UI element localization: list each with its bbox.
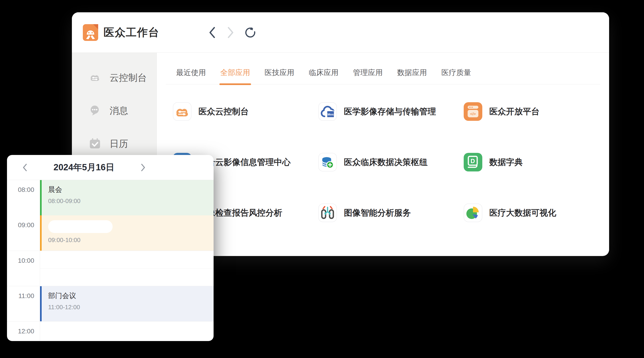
time-label: 10:00 [7,251,40,286]
event-department-meeting[interactable]: 部门会议 11:00-12:00 [40,286,214,321]
sidebar-item-messages[interactable]: 消息 [72,94,156,127]
tab-data-apps[interactable]: 数据应用 [397,68,427,84]
app-cloud-console[interactable]: 医众云控制台 [173,102,318,121]
app-label: 医众云控制台 [198,106,249,117]
clinical-database-icon [318,153,337,172]
calendar-row-1100: 11:00 部门会议 11:00-12:00 [7,286,214,321]
chevron-right-icon [140,163,146,172]
app-label: 数据字典 [489,157,523,168]
event-title: 部门会议 [48,291,214,301]
svg-text:Mos: Mos [328,113,334,116]
app-image-storage-transfer[interactable]: Mos 医学影像存储与传输管理 [318,102,464,121]
app-logo-icon [83,24,98,41]
lungs-ai-icon [318,203,337,222]
chevron-left-icon [22,163,28,172]
app-label: 医疗大数据可视化 [489,207,556,219]
svg-text:</>: </> [470,112,476,116]
tab-quality[interactable]: 医疗质量 [441,68,471,84]
calendar-row-1000: 10:00 [7,251,214,286]
tab-admin-apps[interactable]: 管理应用 [353,68,383,84]
app-label: 医学影像存储与传输管理 [344,106,436,117]
time-label: 11:00 [7,286,40,321]
redacted-title-pill [48,220,112,233]
data-dictionary-icon: D [464,153,482,172]
refresh-icon [245,27,256,38]
calendar-date-label: 2024年5月16日 [29,162,139,173]
calendar-body: 08:00 晨会 08:00-09:00 09:00 09:00-10:00 1… [7,180,214,341]
event-time: 08:00-09:00 [48,197,214,205]
app-label: 图像智能分析服务 [344,207,411,219]
time-label: 08:00 [7,180,40,215]
forward-button[interactable] [226,26,235,39]
sidebar-item-label: 日历 [110,137,128,150]
calendar-row-1200: 12:00 [7,321,214,341]
chevron-right-icon [226,26,235,39]
cloud-console-icon [173,102,192,121]
app-clinical-data-hub[interactable]: 医众临床数据决策枢纽 [318,153,464,172]
tab-medtech-apps[interactable]: 医技应用 [264,68,294,84]
refresh-button[interactable] [245,27,256,38]
app-bigdata-visualization[interactable]: 医疗大数据可视化 [464,203,609,222]
open-platform-icon: </> [464,102,482,121]
app-label: 医众临床数据决策枢纽 [344,157,428,168]
chevron-left-icon [208,26,216,39]
svg-text:D: D [471,158,475,165]
cloud-sliders-icon [89,72,101,83]
time-label: 12:00 [7,322,40,341]
calendar-check-icon [89,138,101,149]
sidebar-item-label: 云控制台 [110,71,147,84]
tab-recent[interactable]: 最近使用 [176,68,206,84]
app-open-platform[interactable]: </> 医众开放平台 [464,102,609,121]
tab-clinical-apps[interactable]: 临床应用 [309,68,338,84]
event-morning-meeting[interactable]: 晨会 08:00-09:00 [40,180,214,215]
tabs-bar: 最近使用 全部应用 医技应用 临床应用 管理应用 数据应用 医疗质量 [166,53,600,84]
app-label: 医众开放平台 [489,106,540,117]
calendar-panel: 2024年5月16日 08:00 晨会 08:00-09:00 09:00 09… [7,155,214,341]
sidebar-item-cloud-console[interactable]: 云控制台 [72,61,156,94]
sidebar-item-label: 消息 [110,104,128,117]
app-data-dictionary[interactable]: D 数据字典 [464,153,609,172]
event-redacted[interactable]: 09:00-10:00 [40,215,214,251]
calendar-next-button[interactable] [139,155,148,180]
calendar-row-0900: 09:00 09:00-10:00 [7,215,214,251]
event-time: 11:00-12:00 [48,304,214,311]
nav-group [208,12,256,53]
chat-bubble-icon [89,105,101,116]
back-button[interactable] [208,26,216,39]
app-grid: 医众云控制台 Mos 医学影像存储与传输管理 [173,102,609,222]
tab-all-apps[interactable]: 全部应用 [220,68,250,84]
event-title: 晨会 [48,185,214,194]
event-time: 09:00-10:00 [48,236,214,244]
calendar-row-0800: 08:00 晨会 08:00-09:00 [7,180,214,215]
pie-chart-icon [464,203,482,222]
content-area: 最近使用 全部应用 医技应用 临床应用 管理应用 数据应用 医疗质量 [157,53,609,256]
mos-cloud-icon: Mos [318,102,337,121]
calendar-header: 2024年5月16日 [7,155,214,180]
calendar-prev-button[interactable] [20,155,29,180]
window-header: 医众工作台 [72,12,609,53]
window-title: 医众工作台 [104,25,159,40]
app-image-ai-service[interactable]: 图像智能分析服务 [318,203,464,222]
time-label: 09:00 [7,215,40,251]
